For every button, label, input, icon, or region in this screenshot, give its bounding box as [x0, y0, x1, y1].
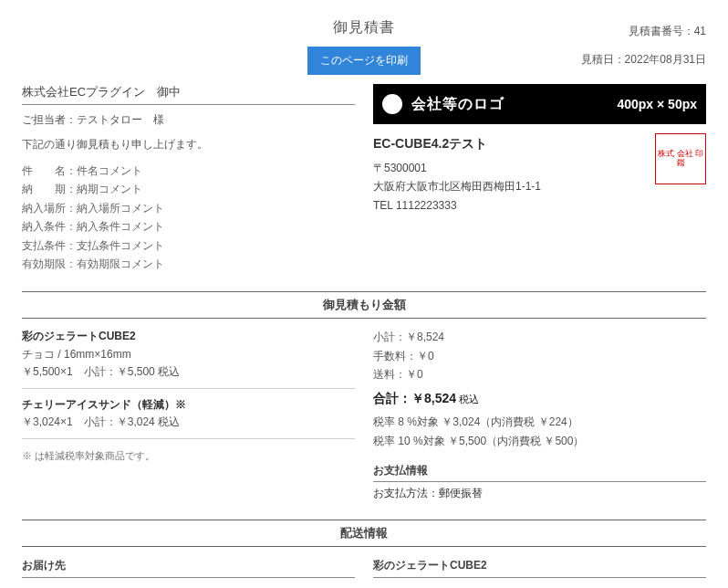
- grand-total-suffix: 税込: [456, 394, 479, 404]
- shipping-dest: お届け先 テスト タロー（テスト タロー） 〒4090612 山梨県八代郡市川三…: [22, 556, 355, 588]
- quote-number-value: 41: [694, 25, 706, 37]
- place-label: 納入場所：: [22, 202, 77, 215]
- subject-value: 件名コメント: [77, 164, 142, 177]
- amount-items: 彩のジェラートCUBE2 チョコ / 16mm×16mm ￥5,500×1 小計…: [22, 328, 355, 501]
- grand-total-value: ￥8,524: [411, 391, 456, 405]
- item-spec: チョコ / 16mm×16mm: [22, 346, 355, 363]
- grand-total: 合計：￥8,524 税込: [373, 388, 706, 410]
- meta-list: 件 名：件名コメント 納 期：納期コメント 納入場所：納入場所コメント 納入条件…: [22, 162, 355, 273]
- company-tel: TEL 1112223333: [373, 196, 644, 215]
- quote-date: 見積日：2022年08月31日: [581, 52, 706, 68]
- item-line: ￥5,500×1 小計：￥5,500 税込: [22, 363, 355, 381]
- company-postal: 〒5300001: [373, 159, 644, 177]
- dest-head: お届け先: [22, 556, 355, 578]
- subtotal: 小計：￥8,524: [373, 328, 706, 346]
- amount-section-title: 御見積もり金額: [22, 291, 706, 319]
- item-name: チェリーアイスサンド（軽減）※: [22, 396, 355, 414]
- item-line: ￥3,024×1 小計：￥3,024 税込: [22, 414, 355, 431]
- customer-contact: ご担当者：テストタロー 様: [22, 112, 355, 128]
- shipping-section-title: 配送情報: [22, 520, 706, 547]
- company-info: EC-CUBE4.2テスト 〒5300001 大阪府大阪市北区梅田西梅田1-1-…: [373, 133, 644, 215]
- shipping-items: 彩のジェラートCUBE2 フレーバー：チョコ サイズ：16mm×16mm ￥5,…: [373, 556, 706, 588]
- ship-item-flavor: フレーバー：チョコ: [373, 583, 706, 588]
- doc-title: 御見積書: [22, 18, 706, 37]
- fee: 手数料：￥0: [373, 347, 706, 365]
- print-button[interactable]: このページを印刷: [307, 47, 421, 75]
- intro-text: 下記の通り御見積もり申し上げます。: [22, 137, 355, 152]
- delivery-value: 納期コメント: [77, 183, 142, 195]
- company-logo: 会社等のロゴ 400px × 50px: [373, 84, 706, 124]
- tax-10-line: 税率 10 %対象 ￥5,500（内消費税 ￥500）: [373, 432, 706, 450]
- dest-name: テスト タロー（テスト タロー）: [22, 583, 355, 588]
- customer-name: 株式会社ECプラグイン 御中: [22, 84, 355, 105]
- company-seal-icon: 株式 会社 印鑑: [655, 133, 706, 184]
- logo-dimensions: 400px × 50px: [617, 97, 697, 111]
- validity-value: 有効期限コメント: [77, 257, 164, 270]
- quote-date-label: 見積日：: [581, 53, 625, 66]
- tax-8-line: 税率 8 %対象 ￥3,024（内消費税 ￥224）: [373, 413, 706, 431]
- validity-label: 有効期限：: [22, 257, 77, 270]
- company-address: 大阪府大阪市北区梅田西梅田1-1-1: [373, 177, 644, 195]
- ship-item-name: 彩のジェラートCUBE2: [373, 556, 706, 578]
- totals-block: 小計：￥8,524 手数料：￥0 送料：￥0 合計：￥8,524 税込 税率 8…: [373, 328, 706, 450]
- quote-date-value: 2022年08月31日: [625, 53, 706, 66]
- condition-value: 納入条件コメント: [77, 220, 164, 233]
- payment-method: お支払方法：郵便振替: [373, 486, 706, 501]
- subject-label: 件 名：: [22, 164, 77, 177]
- logo-text: 会社等のロゴ: [411, 95, 504, 114]
- logo-circle-icon: [382, 94, 402, 114]
- company-name: EC-CUBE4.2テスト: [373, 133, 644, 155]
- payment-cond-label: 支払条件：: [22, 239, 77, 252]
- place-value: 納入場所コメント: [77, 202, 164, 215]
- grand-total-label: 合計：: [373, 391, 411, 405]
- payment-cond-value: 支払条件コメント: [77, 239, 164, 252]
- tax-footnote: ※ は軽減税率対象商品です。: [22, 448, 355, 465]
- divider: [22, 438, 355, 439]
- item-name: 彩のジェラートCUBE2: [22, 328, 355, 345]
- payment-info-head: お支払情報: [373, 463, 706, 482]
- divider: [22, 388, 355, 389]
- delivery-label: 納 期：: [22, 183, 77, 195]
- quote-number-label: 見積書番号：: [629, 25, 694, 37]
- condition-label: 納入条件：: [22, 220, 77, 233]
- shipping-fee: 送料：￥0: [373, 365, 706, 383]
- quote-number: 見積書番号：41: [629, 24, 706, 39]
